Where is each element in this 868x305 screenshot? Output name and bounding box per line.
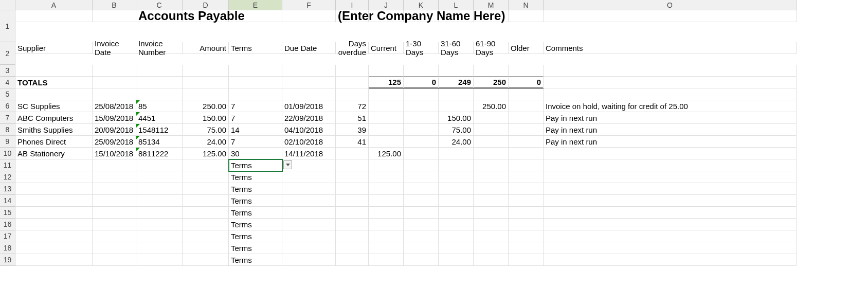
cell-1-30[interactable] bbox=[404, 148, 439, 159]
cell-supplier[interactable]: ABC Computers bbox=[15, 112, 93, 124]
cell-inv-date[interactable]: 15/10/2018 bbox=[93, 148, 136, 159]
cell[interactable] bbox=[509, 65, 544, 77]
cell[interactable] bbox=[336, 171, 369, 183]
cell[interactable] bbox=[15, 171, 93, 183]
cell[interactable] bbox=[439, 183, 474, 195]
cell[interactable] bbox=[136, 195, 183, 207]
cell-days-over[interactable]: 72 bbox=[336, 100, 369, 112]
title-accounts-payable[interactable]: Accounts Payable bbox=[136, 10, 183, 22]
cell[interactable] bbox=[136, 254, 183, 266]
cell[interactable] bbox=[15, 65, 93, 77]
spreadsheet-grid[interactable]: A B C D E F I J K L M N O 1 Accounts Pay… bbox=[0, 0, 868, 266]
cell[interactable] bbox=[544, 195, 797, 207]
cell-due-date[interactable]: 14/11/2018 bbox=[282, 148, 336, 159]
cell[interactable] bbox=[474, 219, 509, 230]
row-hdr-9[interactable]: 9 bbox=[0, 136, 15, 148]
cell[interactable] bbox=[544, 65, 797, 77]
col-hdr-O[interactable]: O bbox=[544, 0, 797, 10]
select-all-corner[interactable] bbox=[0, 0, 15, 10]
cell-comments[interactable]: Pay in next run bbox=[544, 136, 797, 148]
cell-supplier[interactable]: Smiths Supplies bbox=[15, 124, 93, 136]
cell-terms-default[interactable]: Terms bbox=[229, 195, 282, 207]
cell[interactable] bbox=[544, 207, 797, 219]
cell[interactable] bbox=[474, 195, 509, 207]
cell[interactable] bbox=[336, 159, 369, 171]
hdr-invoice-date[interactable]: Invoice Date bbox=[93, 42, 136, 54]
cell[interactable] bbox=[369, 242, 404, 254]
cell[interactable] bbox=[509, 88, 544, 100]
cell[interactable] bbox=[336, 230, 369, 242]
hdr-days-overdue[interactable]: Days overdue bbox=[336, 42, 369, 54]
cell[interactable] bbox=[474, 65, 509, 77]
row-hdr-17[interactable]: 17 bbox=[0, 230, 15, 242]
cell[interactable] bbox=[509, 254, 544, 266]
cell-older[interactable] bbox=[509, 124, 544, 136]
cell[interactable] bbox=[439, 254, 474, 266]
cell[interactable] bbox=[474, 230, 509, 242]
cell-comments[interactable]: Invoice on hold, waiting for credit of 2… bbox=[544, 100, 797, 112]
cell-61-90[interactable] bbox=[474, 124, 509, 136]
cell[interactable] bbox=[544, 88, 797, 100]
cell[interactable] bbox=[544, 230, 797, 242]
cell[interactable] bbox=[282, 195, 336, 207]
cell-due-date[interactable]: 01/09/2018 bbox=[282, 100, 336, 112]
cell-comments[interactable] bbox=[544, 148, 797, 159]
cell-terms-default[interactable]: Terms bbox=[229, 207, 282, 219]
cell[interactable] bbox=[474, 88, 509, 100]
cell-supplier[interactable]: Phones Direct bbox=[15, 136, 93, 148]
cell[interactable] bbox=[404, 88, 439, 100]
cell[interactable] bbox=[336, 88, 369, 100]
cell[interactable] bbox=[282, 88, 336, 100]
cell[interactable] bbox=[369, 230, 404, 242]
cell-1-30[interactable] bbox=[404, 100, 439, 112]
cell-current[interactable] bbox=[369, 136, 404, 148]
cell[interactable] bbox=[93, 207, 136, 219]
cell[interactable] bbox=[183, 77, 229, 88]
cell[interactable] bbox=[282, 242, 336, 254]
cell-terms-default[interactable]: Terms bbox=[229, 219, 282, 230]
cell[interactable] bbox=[509, 183, 544, 195]
cell-inv-num[interactable]: 85134 bbox=[136, 136, 183, 148]
cell[interactable] bbox=[136, 88, 183, 100]
cell[interactable] bbox=[474, 183, 509, 195]
cell[interactable] bbox=[15, 230, 93, 242]
cell-supplier[interactable]: SC Supplies bbox=[15, 100, 93, 112]
cell[interactable] bbox=[15, 219, 93, 230]
cell-terms-default[interactable]: Terms bbox=[229, 242, 282, 254]
cell[interactable] bbox=[404, 183, 439, 195]
cell[interactable] bbox=[509, 219, 544, 230]
row-hdr-5[interactable]: 5 bbox=[0, 88, 15, 100]
cell[interactable] bbox=[439, 230, 474, 242]
cell-amount[interactable]: 125.00 bbox=[183, 148, 229, 159]
totals-61-90[interactable]: 250 bbox=[474, 77, 509, 88]
cell[interactable] bbox=[336, 77, 369, 88]
cell-inv-num[interactable]: 4451 bbox=[136, 112, 183, 124]
cell[interactable] bbox=[15, 183, 93, 195]
cell-supplier[interactable]: AB Stationery bbox=[15, 148, 93, 159]
hdr-due-date[interactable]: Due Date bbox=[282, 42, 336, 54]
cell[interactable] bbox=[15, 159, 93, 171]
row-hdr-15[interactable]: 15 bbox=[0, 207, 15, 219]
cell[interactable] bbox=[183, 65, 229, 77]
cell-amount[interactable]: 250.00 bbox=[183, 100, 229, 112]
cell[interactable] bbox=[282, 219, 336, 230]
cell-terms-default[interactable]: Terms bbox=[229, 171, 282, 183]
cell[interactable] bbox=[183, 219, 229, 230]
cell-terms[interactable]: 7 bbox=[229, 136, 282, 148]
cell[interactable] bbox=[336, 242, 369, 254]
cell-61-90[interactable] bbox=[474, 148, 509, 159]
cell[interactable] bbox=[183, 171, 229, 183]
cell[interactable] bbox=[136, 219, 183, 230]
row-hdr-2[interactable]: 2 bbox=[0, 42, 15, 65]
cell-inv-date[interactable]: 25/09/2018 bbox=[93, 136, 136, 148]
cell[interactable] bbox=[544, 183, 797, 195]
cell[interactable] bbox=[93, 230, 136, 242]
cell-inv-date[interactable]: 15/09/2018 bbox=[93, 112, 136, 124]
cell-1-30[interactable] bbox=[404, 124, 439, 136]
data-validation-dropdown-button[interactable] bbox=[283, 160, 292, 169]
hdr-invoice-number[interactable]: Invoice Number bbox=[136, 42, 183, 54]
row-hdr-12[interactable]: 12 bbox=[0, 171, 15, 183]
totals-31-60[interactable]: 249 bbox=[439, 77, 474, 88]
totals-label[interactable]: TOTALS bbox=[15, 77, 93, 88]
cell[interactable] bbox=[282, 183, 336, 195]
